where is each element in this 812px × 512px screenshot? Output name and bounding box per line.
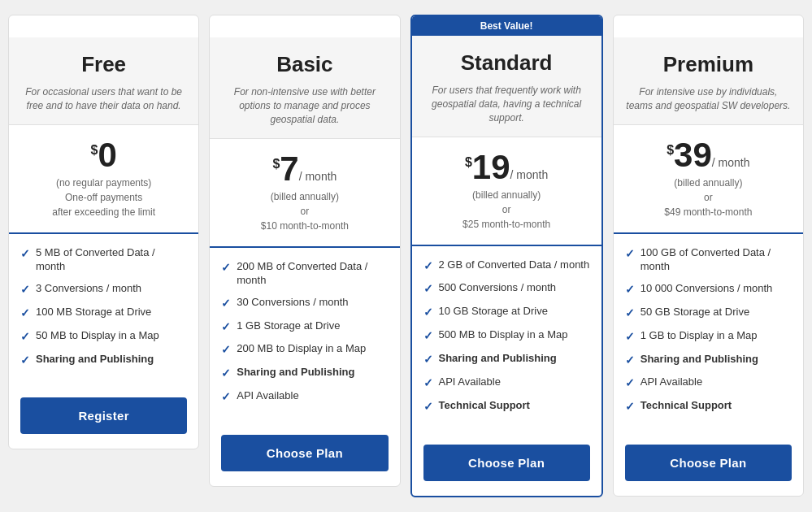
plan-button-basic[interactable]: Choose Plan: [221, 435, 388, 471]
plan-card-basic: Basic For non-intensive use with better …: [209, 15, 400, 487]
plan-name-basic: Basic: [221, 52, 388, 77]
feature-item: ✓ 200 MB to Display in a Map: [221, 341, 388, 358]
feature-text: Technical Support: [640, 398, 792, 413]
plan-card-premium: Premium For intensive use by individuals…: [613, 15, 804, 497]
plan-description-free: For occasional users that want to be fre…: [20, 85, 187, 113]
checkmark-icon: ✓: [221, 260, 231, 276]
feature-item: ✓ 200 MB of Converted Data / month: [221, 259, 388, 288]
plan-pricing-basic: $ 7 / month (billed annually)or$10 month…: [210, 139, 399, 248]
plan-footer-basic: Choose Plan: [210, 423, 399, 486]
plan-button-free[interactable]: Register: [20, 397, 187, 434]
price-note-free: (no regular payments)One-off paymentsaft…: [20, 176, 187, 219]
price-period-standard: / month: [510, 168, 549, 181]
checkmark-icon: ✓: [221, 366, 231, 381]
feature-item: ✓ 5 MB of Converted Data / month: [20, 245, 187, 274]
feature-text: 100 GB of Converted Data / month: [640, 245, 792, 274]
best-value-badge: Best Value!: [412, 16, 601, 36]
feature-item: ✓ 10 000 Conversions / month: [625, 281, 792, 297]
checkmark-icon: ✓: [423, 328, 433, 344]
plan-description-basic: For non-intensive use with better option…: [221, 85, 388, 126]
feature-text: 2 GB of Converted Data / month: [439, 258, 590, 272]
checkmark-icon: ✓: [423, 281, 433, 297]
feature-item: ✓ API Available: [221, 388, 388, 405]
feature-item: ✓ 50 GB Storage at Drive: [625, 305, 792, 321]
feature-item: ✓ 2 GB of Converted Data / month: [423, 258, 590, 274]
checkmark-icon: ✓: [20, 306, 30, 321]
feature-item: ✓ Technical Support: [423, 398, 590, 414]
price-note-premium: (billed annually)or$49 month-to-month: [625, 176, 792, 219]
feature-item: ✓ 50 MB to Display in a Map: [20, 328, 187, 345]
checkmark-icon: ✓: [221, 342, 231, 358]
checkmark-icon: ✓: [625, 282, 635, 297]
plan-button-standard[interactable]: Choose Plan: [423, 445, 590, 481]
plan-footer-free: Register: [9, 386, 198, 449]
price-period-basic: / month: [299, 170, 337, 183]
feature-text: Sharing and Publishing: [439, 351, 590, 366]
plan-card-standard: Best Value! Standard For users that freq…: [410, 15, 603, 497]
checkmark-icon: ✓: [423, 375, 433, 391]
feature-text: 30 Conversions / month: [237, 295, 388, 310]
plan-name-premium: Premium: [625, 52, 792, 77]
feature-text: Sharing and Publishing: [640, 352, 792, 367]
plan-header-basic: Basic For non-intensive use with better …: [210, 37, 399, 138]
plan-name-standard: Standard: [423, 50, 590, 76]
feature-text: 50 MB to Display in a Map: [36, 328, 187, 343]
price-amount-free: 0: [98, 138, 116, 172]
plan-features-free: ✓ 5 MB of Converted Data / month ✓ 3 Con…: [9, 234, 198, 387]
checkmark-icon: ✓: [221, 296, 231, 311]
checkmark-icon: ✓: [423, 352, 433, 367]
feature-item: ✓ 500 MB to Display in a Map: [423, 328, 590, 344]
price-period-premium: / month: [712, 156, 750, 169]
feature-item: ✓ API Available: [625, 375, 792, 391]
price-note-standard: (billed annually)or$25 month-to-month: [423, 188, 590, 232]
plan-button-premium[interactable]: Choose Plan: [625, 445, 792, 481]
feature-item: ✓ Technical Support: [625, 398, 792, 414]
checkmark-icon: ✓: [20, 246, 30, 262]
checkmark-icon: ✓: [20, 329, 30, 345]
checkmark-icon: ✓: [20, 353, 30, 368]
feature-text: 1 GB Storage at Drive: [237, 319, 388, 333]
feature-text: 10 000 Conversions / month: [640, 281, 792, 296]
plan-description-premium: For intensive use by individuals, teams …: [625, 85, 792, 113]
plan-pricing-free: $ 0 (no regular payments)One-off payment…: [9, 125, 198, 234]
feature-text: Sharing and Publishing: [36, 352, 187, 367]
spacer: [210, 15, 399, 37]
feature-item: ✓ 1 GB Storage at Drive: [221, 319, 388, 335]
plans-container: Free For occasional users that want to b…: [8, 15, 804, 497]
checkmark-icon: ✓: [625, 399, 635, 414]
plan-name-free: Free: [20, 52, 187, 77]
price-amount-standard: 19: [472, 150, 510, 184]
price-main-basic: $ 7 / month: [221, 152, 388, 186]
checkmark-icon: ✓: [423, 399, 433, 414]
price-currency-basic: $: [272, 157, 280, 171]
plan-pricing-premium: $ 39 / month (billed annually)or$49 mont…: [614, 125, 803, 234]
plan-footer-standard: Choose Plan: [412, 433, 601, 496]
checkmark-icon: ✓: [423, 305, 433, 320]
price-main-free: $ 0: [20, 138, 187, 172]
feature-text: 100 MB Storage at Drive: [36, 305, 187, 319]
price-currency-standard: $: [465, 155, 472, 170]
feature-text: 1 GB to Display in a Map: [640, 328, 792, 343]
checkmark-icon: ✓: [625, 353, 635, 368]
checkmark-icon: ✓: [625, 246, 635, 262]
feature-text: 200 MB to Display in a Map: [237, 341, 388, 356]
feature-item: ✓ 100 GB of Converted Data / month: [625, 245, 792, 274]
price-amount-basic: 7: [280, 152, 298, 186]
checkmark-icon: ✓: [625, 306, 635, 321]
spacer: [9, 15, 198, 37]
price-note-basic: (billed annually)or$10 month-to-month: [221, 189, 388, 233]
feature-text: Technical Support: [439, 398, 590, 413]
plan-header-free: Free For occasional users that want to b…: [9, 37, 198, 125]
plan-description-standard: For users that frequently work with geos…: [423, 84, 590, 124]
feature-item: ✓ 10 GB Storage at Drive: [423, 304, 590, 320]
plan-pricing-standard: $ 19 / month (billed annually)or$25 mont…: [412, 137, 601, 246]
feature-item: ✓ API Available: [423, 375, 590, 391]
feature-text: 500 Conversions / month: [439, 280, 590, 295]
plan-footer-premium: Choose Plan: [614, 433, 803, 496]
feature-item: ✓ 1 GB to Display in a Map: [625, 328, 792, 345]
plan-features-premium: ✓ 100 GB of Converted Data / month ✓ 10 …: [614, 234, 803, 433]
feature-item: ✓ 30 Conversions / month: [221, 295, 388, 311]
feature-text: API Available: [640, 375, 792, 389]
price-main-standard: $ 19 / month: [423, 150, 590, 184]
feature-item: ✓ Sharing and Publishing: [221, 365, 388, 381]
